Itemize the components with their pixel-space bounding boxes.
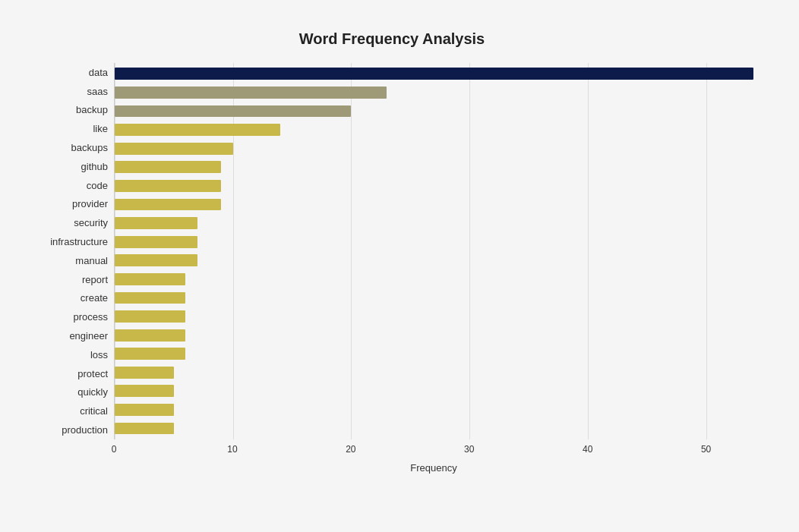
bar: [115, 404, 174, 416]
y-label: production: [62, 425, 108, 435]
y-label: backups: [71, 143, 108, 153]
bar: [115, 143, 233, 155]
bar-row: [115, 121, 753, 140]
bar: [115, 199, 221, 211]
y-labels: datasaasbackuplikebackupsgithubcodeprovi…: [30, 63, 114, 439]
bar: [115, 217, 197, 229]
bar-row: [115, 326, 753, 345]
y-label: github: [81, 162, 108, 172]
y-label: saas: [87, 87, 108, 96]
bar: [115, 423, 174, 435]
bar-row: [115, 364, 753, 382]
bar: [115, 124, 280, 136]
y-label: code: [87, 181, 108, 190]
bar-row: [115, 158, 753, 177]
bar-row: [115, 382, 753, 401]
bar: [115, 385, 174, 397]
x-tick-label: 20: [346, 444, 355, 455]
bar-row: [115, 307, 753, 326]
bar-row: [115, 102, 753, 121]
bar-row: [115, 270, 753, 289]
bars-and-grid: [114, 63, 753, 439]
x-axis-title: Frequency: [30, 462, 753, 474]
x-tick-label: 50: [701, 444, 711, 455]
y-label: backup: [76, 105, 108, 115]
bar-row: [115, 177, 753, 196]
y-label: provider: [72, 199, 108, 209]
bar: [115, 68, 753, 80]
bar-row: [115, 419, 753, 438]
bar: [115, 273, 185, 285]
chart-container: Word Frequency Analysis datasaasbackupli…: [15, 15, 784, 532]
bar-row: [115, 139, 753, 158]
bar: [115, 367, 174, 379]
bar-row: [115, 65, 753, 83]
bar-row: [115, 195, 753, 214]
y-label: like: [93, 124, 108, 134]
bar: [115, 329, 185, 342]
x-tick-label: 0: [112, 444, 117, 455]
x-tick-label: 10: [227, 444, 237, 455]
bar-row: [115, 288, 753, 307]
bar-row: [115, 251, 753, 270]
bar: [115, 161, 221, 173]
y-label: manual: [75, 256, 108, 266]
bar: [115, 180, 221, 192]
bar-row: [115, 214, 753, 233]
y-label: engineer: [69, 331, 108, 341]
y-label: data: [89, 68, 108, 77]
x-tick-label: 30: [464, 444, 474, 455]
y-label: process: [73, 312, 108, 322]
chart-area: datasaasbackuplikebackupsgithubcodeprovi…: [30, 63, 753, 474]
y-label: create: [81, 293, 108, 303]
bar-rows: [115, 63, 753, 439]
bar: [115, 254, 197, 266]
y-label: report: [82, 275, 108, 285]
y-label: loss: [90, 350, 108, 360]
bar: [115, 105, 351, 118]
x-tick-label: 40: [583, 444, 592, 455]
bar-row: [115, 345, 753, 364]
y-label: infrastructure: [50, 237, 108, 247]
y-label: security: [74, 218, 108, 228]
bar-row: [115, 232, 753, 251]
bar: [115, 292, 185, 304]
bar: [115, 236, 197, 248]
bar-row: [115, 83, 753, 102]
bar: [115, 87, 387, 99]
x-axis-labels: 01020304050: [30, 444, 753, 459]
y-label: protect: [77, 369, 108, 379]
y-label: critical: [80, 406, 108, 416]
bar-row: [115, 401, 753, 420]
bar: [115, 348, 185, 360]
bar: [115, 310, 185, 323]
y-label: quickly: [77, 387, 108, 397]
chart-title: Word Frequency Analysis: [30, 30, 753, 48]
bars-section: datasaasbackuplikebackupsgithubcodeprovi…: [30, 63, 753, 439]
